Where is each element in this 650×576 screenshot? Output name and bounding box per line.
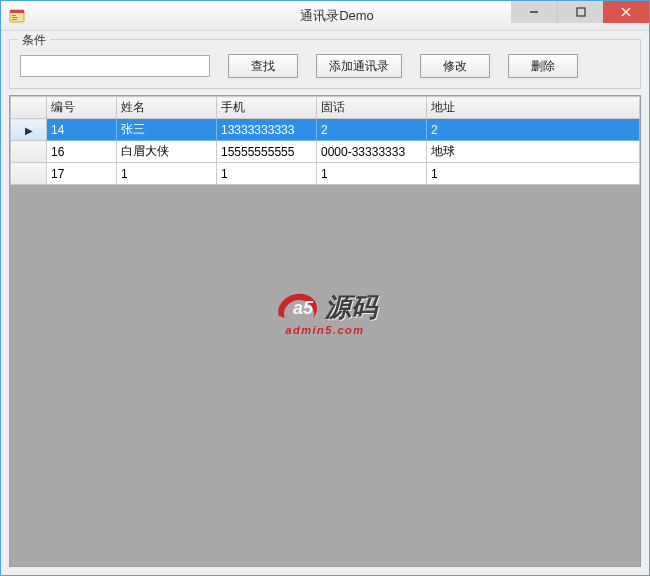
datagrid-scroll[interactable]: 编号 姓名 手机 固话 地址 ▶14张三133333333332216白眉大侠1… [10, 96, 640, 566]
table-row[interactable]: 171111 [11, 163, 640, 185]
contacts-table[interactable]: 编号 姓名 手机 固话 地址 ▶14张三133333333332216白眉大侠1… [10, 96, 640, 185]
minimize-icon [529, 7, 539, 17]
col-header-phone[interactable]: 固话 [317, 97, 427, 119]
table-cell[interactable]: 1 [217, 163, 317, 185]
col-header-name[interactable]: 姓名 [117, 97, 217, 119]
row-header-corner[interactable] [11, 97, 47, 119]
table-row[interactable]: 16白眉大侠155555555550000-33333333地球 [11, 141, 640, 163]
maximize-button[interactable] [557, 1, 603, 23]
datagrid-container: 编号 姓名 手机 固话 地址 ▶14张三133333333332216白眉大侠1… [9, 95, 641, 567]
table-header-row: 编号 姓名 手机 固话 地址 [11, 97, 640, 119]
edit-button[interactable]: 修改 [420, 54, 490, 78]
table-row[interactable]: ▶14张三1333333333322 [11, 119, 640, 141]
window-controls [511, 1, 649, 23]
table-cell[interactable]: 0000-33333333 [317, 141, 427, 163]
app-icon [9, 8, 25, 24]
table-cell[interactable]: 2 [317, 119, 427, 141]
svg-rect-2 [12, 15, 16, 16]
toolbar-row: 查找 添加通讯录 修改 删除 [20, 54, 630, 78]
client-area: 条件 查找 添加通讯录 修改 删除 [1, 31, 649, 575]
table-cell[interactable]: 15555555555 [217, 141, 317, 163]
col-header-address[interactable]: 地址 [427, 97, 640, 119]
app-window: 通讯录Demo 条件 查找 添加通讯录 修改 删除 [0, 0, 650, 576]
svg-rect-4 [12, 19, 17, 20]
row-header[interactable]: ▶ [11, 119, 47, 141]
find-button[interactable]: 查找 [228, 54, 298, 78]
svg-rect-6 [577, 8, 585, 16]
table-cell[interactable]: 1 [117, 163, 217, 185]
minimize-button[interactable] [511, 1, 557, 23]
table-cell[interactable]: 张三 [117, 119, 217, 141]
svg-rect-3 [12, 17, 18, 18]
conditions-groupbox: 条件 查找 添加通讯录 修改 删除 [9, 39, 641, 89]
table-cell[interactable]: 1 [317, 163, 427, 185]
table-cell[interactable]: 地球 [427, 141, 640, 163]
groupbox-legend: 条件 [18, 32, 50, 49]
table-cell[interactable]: 14 [47, 119, 117, 141]
row-header[interactable] [11, 163, 47, 185]
table-cell[interactable]: 17 [47, 163, 117, 185]
table-cell[interactable]: 白眉大侠 [117, 141, 217, 163]
table-cell[interactable]: 16 [47, 141, 117, 163]
title-bar[interactable]: 通讯录Demo [1, 1, 649, 31]
col-header-id[interactable]: 编号 [47, 97, 117, 119]
search-input[interactable] [20, 55, 210, 77]
close-icon [621, 7, 631, 17]
add-contact-button[interactable]: 添加通讯录 [316, 54, 402, 78]
table-cell[interactable]: 1 [427, 163, 640, 185]
table-cell[interactable]: 2 [427, 119, 640, 141]
col-header-mobile[interactable]: 手机 [217, 97, 317, 119]
delete-button[interactable]: 删除 [508, 54, 578, 78]
maximize-icon [576, 7, 586, 17]
svg-rect-1 [10, 10, 24, 13]
close-button[interactable] [603, 1, 649, 23]
table-cell[interactable]: 13333333333 [217, 119, 317, 141]
row-indicator-icon: ▶ [25, 125, 33, 136]
row-header[interactable] [11, 141, 47, 163]
